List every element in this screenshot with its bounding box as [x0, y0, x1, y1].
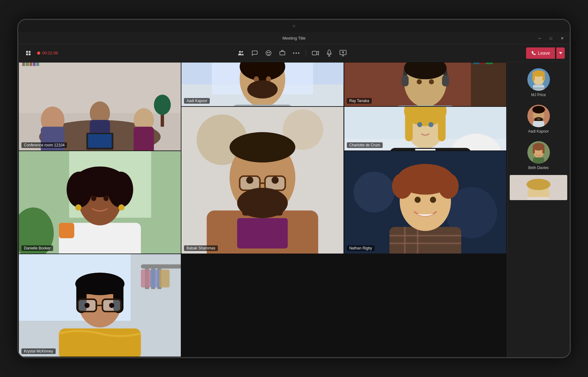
svg-point-71 [246, 177, 253, 184]
svg-point-144 [532, 106, 545, 113]
tile-babak-shammas[interactable]: Babak Shammas [181, 107, 343, 254]
sidebar-item-aadi-kapoor[interactable]: Aadi Kapoor [507, 101, 570, 137]
svg-point-92 [108, 172, 133, 207]
svg-point-65 [230, 132, 295, 162]
recording-indicator: 00:22:06 [37, 51, 58, 55]
svg-rect-146 [533, 121, 544, 127]
svg-rect-80 [438, 111, 446, 141]
reactions-button[interactable] [263, 47, 274, 59]
sidebar-participants: MJ Price [507, 62, 570, 357]
window-title: Meeting Title [282, 36, 306, 41]
tile-ray-tanaka[interactable]: Ray Tanaka [344, 63, 506, 106]
tile-label-aadi: Aadi Kapoor [184, 98, 210, 104]
svg-rect-79 [405, 111, 413, 141]
leave-label: Leave [538, 51, 550, 56]
grid-icon [26, 51, 31, 55]
aadi-kapoor-avatar-image [527, 105, 550, 127]
sidebar-item-beth-davies[interactable]: Beth Davies [507, 137, 570, 174]
svg-rect-16 [22, 63, 25, 66]
share-screen-icon [340, 50, 347, 56]
svg-rect-70 [242, 195, 283, 216]
tile-label-babak: Babak Shammas [184, 245, 218, 251]
more-options-button[interactable] [291, 47, 302, 59]
share-tray-icon [279, 50, 286, 56]
tile-nathan[interactable]: Nathan Rigby [344, 151, 506, 254]
maximize-button[interactable]: □ [548, 36, 553, 41]
mic-icon [327, 50, 332, 57]
svg-point-55 [417, 79, 422, 84]
sidebar-bottom-video[interactable] [510, 175, 567, 200]
svg-point-111 [414, 197, 421, 203]
sidebar-bottom-video-content [510, 175, 567, 200]
toolbar: 00:22:06 [18, 44, 570, 62]
svg-rect-137 [532, 74, 535, 81]
leave-button[interactable]: Leave [526, 47, 555, 59]
svg-rect-151 [542, 148, 545, 154]
svg-rect-9 [312, 51, 317, 55]
camera-button[interactable] [310, 47, 321, 59]
svg-point-31 [154, 95, 171, 115]
more-icon [293, 52, 299, 54]
svg-rect-48 [473, 63, 479, 64]
svg-point-94 [103, 195, 108, 201]
krystal-scene [19, 254, 181, 357]
svg-rect-97 [59, 223, 74, 238]
avatar-mj-price [527, 68, 550, 91]
tile-conference-room[interactable]: Conference room 12104 [19, 63, 181, 150]
svg-point-82 [428, 122, 433, 127]
chat-button[interactable] [249, 47, 260, 59]
mic-button[interactable] [324, 47, 335, 59]
share-tray-button[interactable] [277, 47, 288, 59]
svg-point-110 [438, 173, 458, 199]
share-screen-button[interactable] [337, 47, 349, 59]
tile-label-krystal: Krystal McKinney [21, 348, 56, 354]
minimize-button[interactable]: ─ [537, 36, 542, 41]
babak-scene [181, 107, 343, 254]
tile-charlotte[interactable]: Charlotte de Crum [344, 107, 506, 150]
tile-label-nathan: Nathan Rigby [347, 245, 375, 251]
svg-rect-120 [150, 270, 160, 287]
grid-view-button[interactable] [23, 48, 33, 58]
svg-rect-18 [30, 63, 32, 66]
svg-point-7 [296, 52, 297, 54]
tile-krystal[interactable]: Krystal McKinney [19, 254, 181, 357]
tile-aadi-kapoor[interactable]: Aadi Kapoor [181, 63, 343, 106]
svg-point-1 [241, 51, 243, 52]
video-grid: Conference room 12104 [18, 62, 507, 357]
sidebar-item-mj-price[interactable]: MJ Price [507, 64, 570, 101]
svg-rect-84 [415, 149, 435, 150]
svg-rect-53 [442, 75, 449, 86]
svg-rect-10 [328, 50, 330, 54]
svg-point-99 [353, 172, 394, 212]
phone-icon [531, 51, 536, 56]
leave-dropdown-button[interactable] [556, 47, 565, 59]
beth-davies-avatar-image [527, 141, 550, 164]
svg-rect-140 [533, 86, 544, 87]
svg-rect-156 [528, 197, 550, 200]
avatar-aadi-kapoor [527, 105, 550, 127]
svg-point-131 [85, 303, 90, 308]
participants-button[interactable] [235, 47, 247, 59]
chat-icon [252, 50, 258, 56]
svg-rect-40 [232, 105, 293, 106]
svg-rect-57 [395, 106, 456, 106]
participants-icon [238, 50, 244, 56]
svg-point-96 [118, 204, 125, 210]
svg-rect-20 [36, 63, 39, 66]
svg-rect-138 [542, 74, 545, 81]
svg-rect-119 [141, 270, 151, 287]
tile-danielle[interactable]: Danielle Booker [19, 151, 181, 254]
svg-point-6 [293, 52, 294, 54]
svg-point-155 [527, 179, 551, 190]
close-button[interactable]: ✕ [560, 36, 565, 41]
svg-point-3 [268, 52, 268, 53]
chevron-down-icon [559, 52, 562, 54]
nathan-scene [344, 151, 506, 254]
conference-scene-svg [19, 63, 181, 150]
svg-rect-47 [471, 63, 506, 106]
toolbar-center [58, 47, 526, 59]
toolbar-left: 00:22:06 [23, 48, 58, 58]
svg-point-109 [392, 173, 412, 199]
svg-rect-121 [159, 270, 170, 287]
tile-label-conference: Conference room 12104 [21, 142, 67, 148]
